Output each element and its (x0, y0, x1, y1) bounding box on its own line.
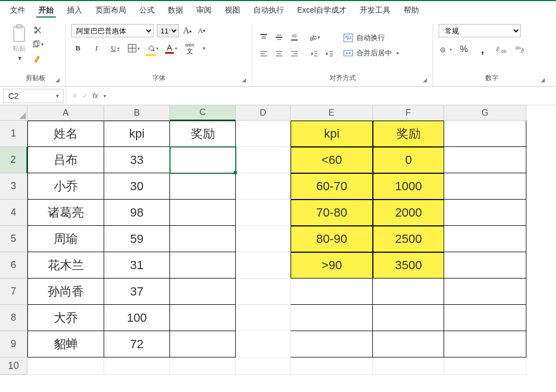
increase-decimal-button[interactable]: .0.00 (495, 43, 508, 56)
cell-E1[interactable]: kpi (291, 121, 373, 147)
cell-G6[interactable] (444, 252, 526, 279)
cell-A3[interactable]: 小乔 (27, 173, 104, 200)
row-header-6[interactable]: 6 (0, 252, 27, 279)
cell-E10[interactable] (291, 357, 373, 375)
cell-F5[interactable]: 2500 (373, 226, 444, 252)
name-box[interactable]: C2 ▾ (3, 89, 64, 103)
cell-G2[interactable] (444, 147, 526, 173)
font-size-select[interactable]: 11 (157, 24, 179, 37)
menu-custom-tab[interactable]: Excel自学成才 (295, 4, 349, 18)
bold-button[interactable]: B (71, 42, 84, 55)
menu-home[interactable]: 开始 (36, 4, 56, 18)
fx-icon[interactable]: fx (93, 92, 98, 100)
fill-color-button[interactable]: ▾ (146, 42, 159, 55)
cell-E9[interactable] (291, 331, 373, 357)
number-launcher-icon[interactable]: ◢ (541, 77, 545, 83)
cell-C4[interactable] (170, 200, 236, 226)
align-top-button[interactable] (258, 32, 270, 43)
font-color-button[interactable]: A▾ (164, 42, 178, 55)
menu-help[interactable]: 帮助 (401, 4, 421, 18)
formula-input[interactable] (112, 89, 556, 103)
align-bottom-button[interactable] (288, 32, 300, 43)
cell-B8[interactable]: 100 (104, 305, 170, 331)
cell-D6[interactable] (236, 252, 291, 279)
col-header-G[interactable]: G (444, 105, 526, 121)
percent-button[interactable]: % (457, 43, 470, 56)
cell-B1[interactable]: kpi (104, 121, 170, 147)
cell-G4[interactable] (444, 200, 526, 226)
cell-C6[interactable] (170, 252, 236, 279)
cell-B7[interactable]: 37 (104, 279, 170, 305)
menu-page-layout[interactable]: 页面布局 (93, 4, 128, 18)
row-header-10[interactable]: 10 (0, 357, 27, 375)
format-painter-button[interactable] (32, 53, 44, 65)
cell-G3[interactable] (444, 173, 526, 200)
cell-F7[interactable] (373, 279, 444, 305)
merge-dropdown-icon[interactable]: ▾ (396, 50, 399, 56)
paste-button[interactable]: 粘贴 ▾ (11, 24, 27, 62)
row-header-3[interactable]: 3 (0, 173, 27, 200)
menu-review[interactable]: 审阅 (194, 4, 214, 18)
copy-button[interactable]: ▾ (32, 38, 44, 50)
menu-formulas[interactable]: 公式 (137, 4, 157, 18)
cell-D7[interactable] (236, 279, 291, 305)
cell-F3[interactable]: 1000 (373, 173, 444, 200)
align-center-button[interactable] (273, 48, 285, 59)
orientation-button[interactable]: ab▾ (308, 32, 320, 43)
decrease-font-button[interactable]: A▾ (196, 25, 207, 37)
cell-G8[interactable] (444, 305, 526, 331)
cell-G7[interactable] (444, 279, 526, 305)
cell-A1[interactable]: 姓名 (27, 121, 104, 147)
row-header-8[interactable]: 8 (0, 305, 27, 331)
clipboard-launcher-icon[interactable]: ◢ (55, 77, 60, 83)
cell-C7[interactable] (170, 279, 236, 305)
paste-dropdown-icon[interactable]: ▾ (18, 54, 21, 62)
cell-E5[interactable]: 80-90 (291, 226, 373, 252)
cell-D2[interactable] (236, 147, 291, 173)
cell-E4[interactable]: 70-80 (291, 200, 373, 226)
cell-C5[interactable] (170, 226, 236, 252)
cell-B9[interactable]: 72 (104, 331, 170, 357)
col-header-D[interactable]: D (236, 105, 291, 121)
cell-A6[interactable]: 花木兰 (27, 252, 104, 279)
enter-formula-icon[interactable]: ✓ (82, 92, 88, 100)
alignment-launcher-icon[interactable]: ◢ (423, 77, 427, 83)
col-header-A[interactable]: A (27, 105, 104, 121)
cell-F10[interactable] (373, 357, 444, 375)
menu-insert[interactable]: 插入 (65, 4, 84, 18)
cell-D8[interactable] (236, 305, 291, 331)
cell-F8[interactable] (373, 305, 444, 331)
increase-indent-button[interactable] (324, 48, 336, 59)
merge-center-button[interactable]: 合并后居中 ▾ (343, 48, 399, 58)
cell-C2[interactable] (170, 147, 236, 173)
phonetic-button[interactable]: wén 文 (183, 42, 196, 55)
cell-C8[interactable] (170, 305, 236, 331)
decrease-decimal-button[interactable]: .00.0 (513, 43, 526, 56)
cell-G9[interactable] (444, 331, 526, 357)
menu-view[interactable]: 视图 (223, 4, 242, 18)
cell-A7[interactable]: 孙尚香 (27, 279, 104, 305)
cell-F6[interactable]: 3500 (373, 252, 444, 279)
cell-C10[interactable] (170, 357, 236, 375)
row-header-1[interactable]: 1 (0, 121, 27, 147)
col-header-F[interactable]: F (373, 105, 444, 121)
comma-button[interactable]: , (476, 43, 489, 56)
underline-button[interactable]: U▾ (109, 42, 122, 55)
cell-F9[interactable] (373, 331, 444, 357)
fx-dropdown-icon[interactable]: ▾ (104, 93, 106, 99)
col-header-B[interactable]: B (104, 105, 170, 121)
cell-G5[interactable] (444, 226, 526, 252)
col-header-C[interactable]: C (170, 105, 236, 121)
row-header-9[interactable]: 9 (0, 331, 27, 357)
row-header-5[interactable]: 5 (0, 226, 27, 252)
cell-C9[interactable] (170, 331, 236, 357)
cell-A10[interactable] (27, 357, 104, 375)
cell-B2[interactable]: 33 (104, 147, 170, 173)
align-right-button[interactable] (288, 48, 300, 59)
cell-A5[interactable]: 周瑜 (27, 226, 104, 252)
cell-B6[interactable]: 31 (104, 252, 170, 279)
copy-dropdown-icon[interactable]: ▾ (41, 42, 44, 47)
wrap-text-button[interactable]: ab 自动换行 (343, 33, 399, 43)
name-box-dropdown-icon[interactable]: ▾ (56, 93, 59, 99)
increase-font-button[interactable]: A▴ (182, 25, 193, 37)
